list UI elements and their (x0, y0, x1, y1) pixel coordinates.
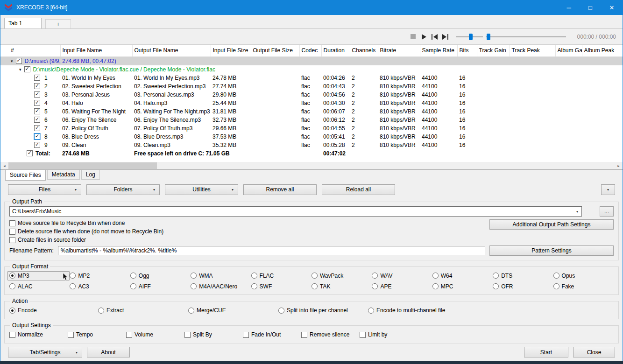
add-tab-button[interactable]: + (45, 19, 71, 28)
minimize-button[interactable]: ─ (558, 0, 580, 15)
row-checkbox[interactable] (34, 133, 40, 140)
previous-track-button[interactable] (430, 33, 439, 41)
scrollbar-thumb[interactable] (8, 162, 157, 169)
expand-arrow-icon[interactable]: ▾ (11, 59, 13, 63)
pattern-settings-button[interactable]: Pattern Settings (489, 245, 614, 256)
track-row[interactable]: 202. Sweetest Perfection02. Sweetest Per… (0, 82, 623, 91)
column-header-album-gain[interactable]: Album Gain (555, 45, 582, 56)
position-slider[interactable] (486, 33, 566, 41)
horizontal-scrollbar[interactable]: ◄ ► (0, 162, 623, 170)
format-option-mp2[interactable]: MP2 (70, 273, 130, 279)
column-header-bitrate[interactable]: Bitrate (378, 45, 420, 56)
setting-normalize[interactable]: Normalize (9, 331, 68, 338)
album-row[interactable]: ▾D:\music\Depeche Mode - Violator.flac.c… (0, 65, 623, 74)
checkbox-icon[interactable] (9, 237, 15, 243)
setting-tempo[interactable]: Tempo (68, 331, 126, 338)
column-header-album-peak[interactable]: Album Peak (582, 45, 623, 56)
column-header-sample-rate[interactable]: Sample Rate (420, 45, 457, 56)
column-header-num[interactable]: # (0, 45, 60, 56)
checkbox-icon[interactable] (9, 332, 15, 338)
column-header-track-gain[interactable]: Track Gain (477, 45, 510, 56)
checkbox-icon[interactable] (9, 220, 15, 226)
files-button[interactable]: Files▾ (8, 184, 81, 195)
scrollbar-track[interactable] (8, 162, 615, 169)
start-button[interactable]: Start (524, 347, 568, 357)
action-option-merge-cue[interactable]: Merge/CUE (188, 307, 278, 314)
track-row[interactable]: 505. Waiting For The Night05. Waiting Fo… (0, 107, 623, 116)
scroll-left-icon[interactable]: ◄ (0, 162, 8, 169)
group-row[interactable]: ▾D:\music\ (9/9, 274.68 MB, 00:47:02) (0, 56, 623, 65)
reload-all-button[interactable]: Reload all (322, 184, 395, 195)
row-checkbox[interactable] (34, 142, 40, 148)
play-button[interactable] (419, 33, 429, 41)
scroll-right-icon[interactable]: ► (615, 162, 623, 169)
row-checkbox[interactable] (16, 58, 22, 64)
track-row[interactable]: 808. Blue Dress08. Blue Dress.mp337.53 M… (0, 133, 623, 141)
checkbox-icon[interactable] (243, 332, 249, 338)
utilities-button[interactable]: Utilities▾ (165, 184, 238, 195)
column-header-input-file-size[interactable]: Input File Size (211, 45, 251, 56)
action-option-split-into-file-per-channel[interactable]: Split into file per channel (278, 307, 368, 314)
track-row[interactable]: 606. Enjoy The Silence06. Enjoy The Sile… (0, 116, 623, 124)
column-header-bits[interactable]: Bits (457, 45, 477, 56)
checkbox-icon[interactable] (360, 332, 366, 338)
format-option-alac[interactable]: ALAC (9, 283, 70, 290)
column-header-track-peak[interactable]: Track Peak (510, 45, 555, 56)
format-option-ofr[interactable]: OFR (493, 283, 553, 290)
row-checkbox[interactable] (34, 91, 40, 98)
column-header-duration[interactable]: Duration (321, 45, 350, 56)
setting-fade-in-out[interactable]: Fade In/Out (243, 331, 301, 338)
slider-thumb[interactable] (469, 34, 473, 40)
setting-split-by[interactable]: Split By (184, 331, 243, 338)
maximize-button[interactable]: □ (580, 0, 601, 15)
checkbox-icon[interactable] (184, 332, 191, 338)
column-header-output-file-name[interactable]: Output File Name (132, 45, 211, 56)
folders-button[interactable]: Folders▾ (86, 184, 160, 195)
checkbox-icon[interactable] (68, 332, 74, 338)
about-button[interactable]: About (87, 347, 130, 357)
format-option-flac[interactable]: FLAC (251, 273, 312, 279)
setting-limit-by[interactable]: Limit by (360, 331, 418, 338)
option-move-source-file-to-recycle-bin-when-done[interactable]: Move source file to Recycle Bin when don… (9, 219, 163, 227)
setting-remove-silence[interactable]: Remove silence (301, 331, 360, 338)
row-checkbox[interactable] (24, 66, 30, 72)
setting-volume[interactable]: Volume (126, 331, 184, 338)
remove-all-button[interactable]: Remove all (243, 184, 317, 195)
stop-button[interactable] (409, 33, 418, 41)
row-checkbox[interactable] (27, 150, 33, 156)
tab-metadata[interactable]: Metadata (47, 170, 80, 180)
tab-log[interactable]: Log (81, 170, 100, 180)
output-path-combobox[interactable]: C:\Users\Erix\Music ▾ (9, 206, 582, 217)
next-track-button[interactable] (441, 33, 450, 41)
column-header-codec[interactable]: Codec (299, 45, 321, 56)
format-option-wma[interactable]: WMA (191, 273, 251, 279)
format-option-m4a-aac-nero[interactable]: M4A/AAC/Nero (191, 283, 251, 290)
filename-pattern-input[interactable]: %albumartist% - %album%\%track2%. %title… (58, 246, 485, 255)
option-create-files-in-source-folder[interactable]: Create files in source folder (9, 236, 163, 244)
format-option-dts[interactable]: DTS (493, 273, 553, 279)
tab-1[interactable]: Tab 1 (4, 18, 42, 28)
additional-output-path-settings-button[interactable]: Additional Output Path Settings (489, 219, 614, 230)
row-checkbox[interactable] (34, 100, 40, 106)
format-option-ogg[interactable]: Ogg (130, 273, 191, 279)
row-checkbox[interactable] (34, 75, 40, 81)
column-header-input-file-name[interactable]: Input File Name (60, 45, 132, 56)
format-option-mpc[interactable]: MPC (432, 283, 493, 290)
total-row[interactable]: Total:274.68 MBFree space left on drive … (0, 149, 623, 158)
format-option-w64[interactable]: W64 (432, 273, 493, 279)
column-header-output-file-size[interactable]: Output File Size (251, 45, 299, 56)
format-option-fake[interactable]: Fake (553, 283, 614, 290)
track-row[interactable]: 909. Clean09. Clean.mp335.32 MBflac00:05… (0, 141, 623, 149)
tab-source-files[interactable]: Source Files (5, 170, 46, 181)
track-row[interactable]: 303. Personal Jesus03. Personal Jesus.mp… (0, 91, 623, 99)
format-option-wavpack[interactable]: WavPack (312, 273, 372, 279)
format-option-swf[interactable]: SWF (251, 283, 312, 290)
format-option-mp3[interactable]: MP3 (7, 271, 70, 280)
action-option-encode[interactable]: Encode (9, 307, 98, 314)
action-option-extract[interactable]: Extract (98, 307, 188, 314)
close-window-button[interactable]: ✕ (601, 0, 623, 15)
row-checkbox[interactable] (34, 117, 40, 123)
chevron-down-icon[interactable]: ▾ (576, 210, 578, 214)
expand-arrow-icon[interactable]: ▾ (19, 67, 21, 72)
volume-slider[interactable] (456, 33, 483, 41)
